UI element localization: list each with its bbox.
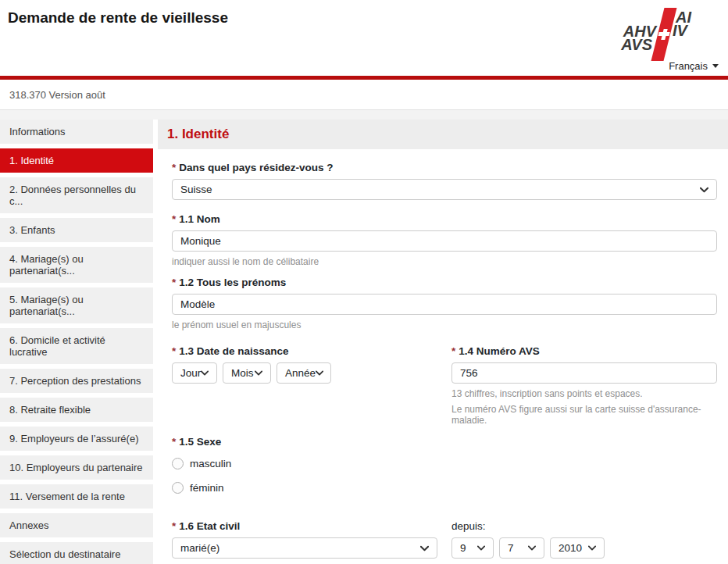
page-header: Demande de rente de vieillesse AHV AVS A… [0,0,728,76]
required-marker: * [451,345,455,357]
chevron-down-icon [528,545,536,551]
required-marker: * [172,520,176,532]
sexe-option-label: masculin [190,458,231,469]
prenoms-hint: le prénom usuel en majuscules [172,319,717,330]
sidebar-item-destinataire[interactable]: Sélection du destinataire [0,542,153,564]
radio-unchecked-icon[interactable] [172,458,184,469]
chevron-down-icon [588,545,596,551]
sexe-label: *1.5 Sexe [172,436,717,448]
country-select-value: Suisse [180,184,212,195]
avs-input[interactable] [451,362,717,384]
sidebar-item-employeurs-assure[interactable]: 9. Employeurs de l’assuré(e) [0,427,153,451]
prenoms-label: *1.2 Tous les prénoms [172,277,717,289]
prenoms-input[interactable] [172,294,717,315]
form-version: 318.370 Version août [0,80,728,110]
sidebar-item-mariage-5[interactable]: 5. Mariage(s) ou partenariat(s... [0,287,153,323]
depuis-label: depuis: [451,520,717,533]
sidebar-item-mariage-4[interactable]: 4. Mariage(s) ou partenariat(s... [0,247,153,283]
sidebar-nav: Informations 1. Identité 2. Données pers… [0,120,153,564]
nom-label: *1.1 Nom [172,213,717,226]
chevron-down-icon [255,370,262,376]
avs-hint-1: 13 chiffres, inscription sans points et … [451,388,717,399]
sidebar-item-informations[interactable]: Informations [0,120,153,144]
sidebar-item-annexes[interactable]: Annexes [0,513,153,537]
required-marker: * [172,436,176,448]
country-select[interactable]: Suisse [172,179,717,200]
required-marker: * [172,162,176,173]
chevron-down-icon [477,545,485,551]
sidebar-item-enfants[interactable]: 3. Enfants [0,218,153,242]
etat-civil-select[interactable]: marié(e) [172,537,437,559]
sidebar-item-employeurs-partenaire[interactable]: 10. Employeurs du partenaire [0,455,153,480]
chevron-down-icon [316,370,323,376]
chevron-down-icon [700,187,708,193]
sidebar-item-domicile[interactable]: 6. Domicile et activité lucrative [0,328,153,364]
avs-hint-2: Le numéro AVS figure aussi sur la carte … [451,404,717,426]
sexe-option-feminin[interactable]: féminin [172,479,717,497]
identity-form: *Dans quel pays résidez-vous ? Suisse *1… [158,149,728,564]
sidebar-item-versement[interactable]: 11. Versement de la rente [0,484,153,509]
chevron-down-icon [201,370,209,376]
country-label: *Dans quel pays résidez-vous ? [172,162,717,174]
page-title: Demande de rente de vieillesse [8,9,228,27]
etat-civil-value: marié(e) [180,542,219,554]
ahv-avs-logo: AHV AVS AI IV [606,8,711,61]
radio-unchecked-icon[interactable] [172,482,184,494]
caret-down-icon [712,64,719,68]
sexe-option-label: féminin [190,482,224,494]
language-label: Français [669,60,708,72]
etat-civil-label: *1.6 Etat civil [172,520,437,533]
logo-text-right: AI IV [673,11,691,37]
sidebar-item-prestations[interactable]: 7. Perception des prestations [0,369,153,393]
section-title: 1. Identité [158,120,728,149]
naissance-label: *1.3 Date de naissance [172,345,437,358]
sidebar-item-donnees-personnelles[interactable]: 2. Données personnelles du c... [0,177,153,213]
depuis-year-select[interactable]: 2010 [550,537,605,559]
required-marker: * [172,213,176,225]
sidebar-item-identite[interactable]: 1. Identité [0,148,153,173]
required-marker: * [172,345,176,357]
sexe-option-masculin[interactable]: masculin [172,455,717,473]
logo-text-left: AHV AVS [621,25,656,52]
language-selector[interactable]: Français [669,60,719,72]
birth-month-select[interactable]: Mois [223,362,271,384]
birth-day-select[interactable]: Jour [172,362,217,384]
depuis-month-select[interactable]: 7 [499,537,544,559]
avs-label: *1.4 Numéro AVS [451,345,717,358]
birth-year-select[interactable]: Année [277,362,331,384]
required-marker: * [172,277,176,288]
chevron-down-icon [420,545,429,552]
nom-input[interactable] [172,230,717,252]
sidebar-item-retraite[interactable]: 8. Retraite flexible [0,398,153,422]
spacer-band [0,110,728,120]
depuis-day-select[interactable]: 9 [451,537,494,559]
nom-hint: indiquer aussi le nom de célibataire [172,256,717,267]
main-panel: 1. Identité *Dans quel pays résidez-vous… [158,120,728,564]
